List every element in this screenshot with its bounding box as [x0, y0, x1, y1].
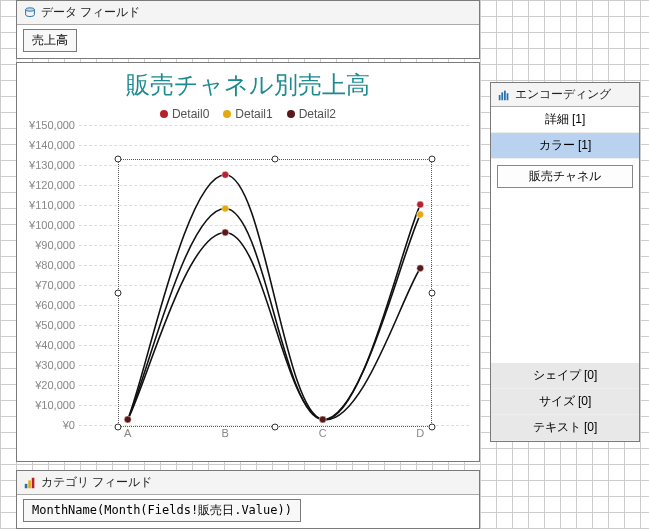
- data-point: [417, 201, 424, 208]
- data-fields-panel: データ フィールド 売上高: [16, 0, 480, 59]
- encoding-item[interactable]: サイズ [0]: [491, 389, 639, 415]
- legend-item: Detail0: [160, 107, 209, 121]
- x-tick-label: C: [274, 427, 372, 445]
- category-fields-panel: カテゴリ フィールド MonthName(Month(Fields!販売日.Va…: [16, 470, 480, 529]
- database-icon: [23, 6, 37, 20]
- encoding-title: エンコーディング: [515, 86, 611, 103]
- category-fields-title: カテゴリ フィールド: [41, 474, 152, 491]
- chart-panel[interactable]: 販売チャネル別売上高 Detail0Detail1Detail2 ¥0¥10,0…: [16, 62, 480, 462]
- svg-point-0: [26, 7, 35, 11]
- bars-icon: [23, 476, 37, 490]
- y-tick-label: ¥100,000: [15, 219, 75, 231]
- x-tick-label: B: [177, 427, 275, 445]
- legend-item: Detail1: [223, 107, 272, 121]
- data-point: [417, 211, 424, 218]
- x-tick-label: D: [372, 427, 470, 445]
- data-point: [222, 229, 229, 236]
- encoding-field-box[interactable]: 販売チャネル: [497, 165, 633, 188]
- y-tick-label: ¥80,000: [15, 259, 75, 271]
- encoding-header: エンコーディング: [491, 83, 639, 107]
- y-tick-label: ¥60,000: [15, 299, 75, 311]
- y-tick-label: ¥0: [15, 419, 75, 431]
- chart-title: 販売チャネル別売上高: [17, 63, 479, 101]
- y-tick-label: ¥20,000: [15, 379, 75, 391]
- y-tick-label: ¥130,000: [15, 159, 75, 171]
- svg-rect-2: [25, 483, 28, 487]
- svg-rect-5: [499, 95, 501, 100]
- encoding-panel: エンコーディング 詳細 [1]カラー [1] 販売チャネル シェイプ [0]サイ…: [490, 82, 640, 442]
- data-point: [222, 171, 229, 178]
- svg-rect-4: [32, 477, 35, 488]
- svg-rect-3: [28, 480, 31, 488]
- x-axis-ticks: ABCD: [79, 427, 469, 445]
- encoding-item[interactable]: 詳細 [1]: [491, 107, 639, 133]
- data-point: [319, 416, 326, 423]
- encoding-icon: [497, 88, 511, 102]
- series-line: [128, 232, 420, 419]
- y-tick-label: ¥90,000: [15, 239, 75, 251]
- series-line: [128, 175, 420, 420]
- data-point: [417, 265, 424, 272]
- y-tick-label: ¥40,000: [15, 339, 75, 351]
- y-tick-label: ¥50,000: [15, 319, 75, 331]
- gridline: [79, 425, 469, 426]
- data-fields-title: データ フィールド: [41, 4, 140, 21]
- y-tick-label: ¥70,000: [15, 279, 75, 291]
- plot-area: ¥0¥10,000¥20,000¥30,000¥40,000¥50,000¥60…: [17, 125, 479, 445]
- svg-rect-8: [507, 93, 509, 100]
- y-tick-label: ¥150,000: [15, 119, 75, 131]
- y-tick-label: ¥10,000: [15, 399, 75, 411]
- y-tick-label: ¥30,000: [15, 359, 75, 371]
- encoding-item[interactable]: シェイプ [0]: [491, 363, 639, 389]
- encoding-item[interactable]: カラー [1]: [491, 133, 639, 159]
- svg-rect-7: [504, 90, 506, 100]
- chart-legend: Detail0Detail1Detail2: [17, 107, 479, 121]
- category-expression-chip[interactable]: MonthName(Month(Fields!販売日.Value)): [23, 499, 301, 522]
- data-point: [222, 205, 229, 212]
- legend-item: Detail2: [287, 107, 336, 121]
- svg-rect-6: [501, 92, 503, 100]
- data-fields-header: データ フィールド: [17, 1, 479, 25]
- encoding-item[interactable]: テキスト [0]: [491, 415, 639, 441]
- y-tick-label: ¥120,000: [15, 179, 75, 191]
- y-tick-label: ¥110,000: [15, 199, 75, 211]
- data-point: [124, 416, 131, 423]
- data-field-chip[interactable]: 売上高: [23, 29, 77, 52]
- plot-svg: [79, 125, 469, 423]
- y-tick-label: ¥140,000: [15, 139, 75, 151]
- category-fields-header: カテゴリ フィールド: [17, 471, 479, 495]
- x-tick-label: A: [79, 427, 177, 445]
- series-line: [128, 209, 420, 420]
